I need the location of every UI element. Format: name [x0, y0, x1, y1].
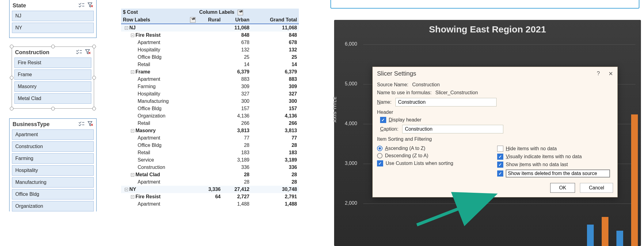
cell-value: 327 [223, 90, 251, 98]
cell-value: 266 [251, 120, 299, 127]
table-row[interactable]: −NY3,33627,41230,748 [121, 186, 299, 193]
slicer-item[interactable]: Fire Resist [14, 58, 91, 68]
clear-filter-icon[interactable] [88, 2, 93, 9]
table-row[interactable]: −Fire Resist848848 [121, 32, 299, 39]
use-custom-lists-checkbox[interactable] [377, 160, 383, 166]
table-row[interactable]: −Masonry3,8133,813 [121, 127, 299, 134]
table-row[interactable]: Hospitality132132 [121, 46, 299, 54]
close-icon[interactable]: ✕ [608, 70, 613, 77]
table-row[interactable]: Construction336336 [121, 164, 299, 171]
table-row[interactable]: Farming309309 [121, 83, 299, 90]
slicer-item[interactable]: Frame [14, 69, 91, 80]
cell-value: 3,189 [251, 156, 299, 164]
resize-handle[interactable] [51, 45, 55, 48]
row-label: Construction [138, 165, 165, 170]
table-row[interactable]: −NJ11,06811,068 [121, 24, 299, 32]
hide-no-data-checkbox[interactable] [497, 146, 503, 152]
table-row[interactable]: Office Bldg2828 [121, 142, 299, 149]
multi-select-icon[interactable] [76, 50, 82, 55]
collapse-icon[interactable]: − [131, 195, 134, 199]
cancel-button[interactable]: Cancel [580, 183, 613, 193]
column-filter-button[interactable] [238, 10, 243, 15]
resize-handle[interactable] [92, 45, 96, 48]
clear-filter-icon[interactable] [88, 121, 93, 128]
slicer-item[interactable]: Construction [12, 141, 94, 152]
table-row[interactable]: Office Bldg2525 [121, 54, 299, 61]
collapse-icon[interactable]: − [125, 26, 128, 30]
ascending-radio[interactable] [377, 146, 383, 151]
cell-value: 14 [251, 61, 299, 68]
cell-value: 28 [223, 171, 251, 178]
cell-value: 883 [223, 76, 251, 83]
multi-select-icon[interactable] [78, 3, 85, 9]
clear-filter-icon[interactable] [85, 49, 91, 56]
slicer-item[interactable]: Manufacturing [12, 177, 94, 188]
resize-handle[interactable] [10, 107, 13, 110]
resize-handle[interactable] [92, 76, 96, 80]
slicer-item[interactable]: NY [12, 23, 94, 33]
caption-input[interactable] [402, 125, 503, 133]
slicer-item[interactable]: Office Bldg [12, 189, 94, 199]
table-row[interactable]: Retail266266 [121, 120, 299, 127]
table-row[interactable]: Apartment1,4881,488 [121, 200, 299, 208]
collapse-icon[interactable]: − [131, 129, 134, 132]
name-input[interactable] [395, 98, 497, 106]
table-row[interactable]: −Fire Resist642,7272,791 [121, 193, 299, 200]
table-row[interactable]: Apartment2828 [121, 178, 299, 186]
resize-handle[interactable] [10, 45, 13, 48]
table-row[interactable]: Organization4,1364,136 [121, 112, 299, 120]
collapse-icon[interactable]: − [131, 70, 134, 74]
dialog-title: Slicer Settings [377, 70, 416, 77]
help-icon[interactable]: ? [597, 70, 600, 77]
table-row[interactable]: Hospitality327327 [121, 90, 299, 98]
slicer-item[interactable]: Masonry [14, 81, 91, 92]
table-row[interactable]: Retail183183 [121, 149, 299, 156]
ok-button[interactable]: OK [550, 183, 575, 193]
slicer-item[interactable]: NJ [12, 11, 94, 21]
collapse-icon[interactable]: − [131, 34, 134, 37]
table-row[interactable]: Office Bldg157157 [121, 105, 299, 112]
slicer-item[interactable]: Organization [12, 201, 94, 211]
slicer-settings-dialog[interactable]: Slicer Settings ? ✕ Source Name: Constru… [372, 67, 618, 197]
table-row[interactable]: Manufacturing300300 [121, 98, 299, 105]
collapse-icon[interactable]: − [131, 173, 134, 177]
cell-value: 183 [251, 149, 299, 156]
slicer-item[interactable]: Metal Clad [14, 93, 91, 104]
slicer-item[interactable]: Farming [12, 153, 94, 164]
row-label: Metal Clad [135, 172, 160, 177]
slicer-item[interactable]: Hospitality [12, 165, 94, 176]
resize-handle[interactable] [51, 107, 55, 110]
slicer-state[interactable]: State NJ NY [9, 0, 97, 38]
cell-value: 300 [251, 98, 299, 105]
multi-select-icon[interactable] [78, 121, 85, 127]
visually-indicate-checkbox[interactable] [497, 154, 503, 160]
formula-name-label: Name to use in formulas: [377, 90, 432, 95]
table-row[interactable]: Apartment7777 [121, 134, 299, 142]
table-row[interactable]: −Frame6,3796,379 [121, 68, 299, 76]
table-row[interactable]: Apartment883883 [121, 76, 299, 83]
cell-value [197, 127, 223, 134]
resize-handle[interactable] [92, 107, 96, 110]
cell-value: 327 [251, 90, 299, 98]
cell-value: 2,727 [223, 193, 251, 200]
slicer-item[interactable]: Apartment [12, 129, 94, 140]
slicer-construction[interactable]: Construction [9, 45, 97, 112]
cell-value [197, 156, 223, 164]
table-row[interactable]: Service3,1893,189 [121, 156, 299, 164]
display-header-checkbox[interactable] [380, 117, 386, 123]
descending-radio[interactable] [377, 153, 383, 158]
collapse-icon[interactable]: − [125, 188, 128, 191]
slicer-businesstype[interactable]: BusinessType Apartment Const [9, 118, 97, 211]
table-row[interactable]: Retail1414 [121, 61, 299, 68]
show-no-data-last-checkbox[interactable] [497, 162, 503, 168]
y-tick: 6,000 [345, 41, 357, 47]
table-row[interactable]: Apartment678678 [121, 39, 299, 46]
resize-handle[interactable] [10, 76, 13, 80]
row-filter-button[interactable] [190, 17, 196, 23]
pivot-table[interactable]: $ Cost Column Labels Row Labels Rural Ur… [121, 9, 299, 208]
pivot-measure: $ Cost [121, 9, 197, 16]
cell-value: 3,336 [197, 186, 223, 193]
table-row[interactable]: −Metal Clad2828 [121, 171, 299, 178]
show-deleted-checkbox[interactable] [497, 170, 503, 177]
show-deleted-label-input[interactable] [506, 170, 610, 177]
